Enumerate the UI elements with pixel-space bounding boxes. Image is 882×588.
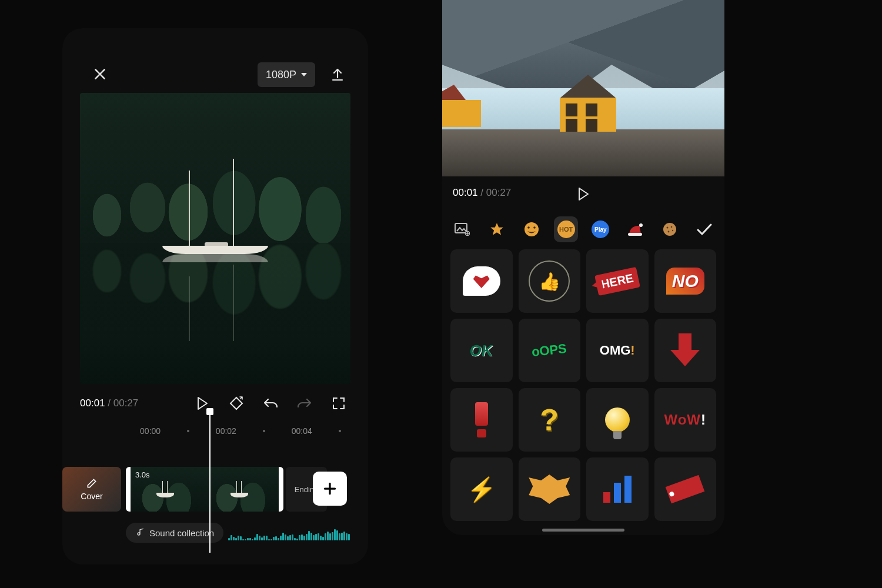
svg-point-9 bbox=[671, 226, 673, 228]
cookie-icon bbox=[662, 222, 677, 237]
sticker-bam-burst[interactable] bbox=[519, 457, 581, 521]
ruler-tick-0: 00:00 bbox=[140, 426, 161, 436]
svg-rect-5 bbox=[628, 233, 642, 236]
ruler-tick-2: 00:04 bbox=[292, 426, 312, 436]
timecode-total: 00:27 bbox=[113, 397, 139, 409]
svg-point-8 bbox=[666, 227, 668, 229]
sticker-price-tag[interactable] bbox=[654, 457, 717, 521]
category-play[interactable]: Play bbox=[589, 216, 613, 242]
sticker-wow[interactable]: WoW! bbox=[654, 388, 717, 452]
resolution-dropdown[interactable]: 1080P bbox=[258, 62, 315, 87]
category-emoji[interactable] bbox=[520, 216, 544, 242]
check-icon bbox=[696, 222, 713, 236]
svg-point-7 bbox=[663, 223, 676, 236]
undo-icon bbox=[262, 397, 279, 410]
sticker-nice-thumbs-up[interactable]: 👍 bbox=[519, 249, 581, 313]
star-icon bbox=[489, 222, 505, 237]
category-hot[interactable]: HOT bbox=[554, 216, 578, 242]
pencil-icon bbox=[86, 477, 98, 489]
timecode-right: 00:01 / 00:27 bbox=[453, 187, 511, 199]
fullscreen-icon bbox=[332, 396, 346, 410]
chevron-down-icon bbox=[301, 73, 307, 76]
category-favorites[interactable] bbox=[485, 216, 509, 242]
image-plus-icon bbox=[455, 223, 470, 236]
confirm-button[interactable] bbox=[692, 216, 716, 242]
undo-button[interactable] bbox=[259, 392, 282, 415]
svg-point-6 bbox=[639, 223, 643, 227]
santa-hat-icon bbox=[627, 222, 643, 236]
sticker-here-arrow[interactable]: HERE bbox=[586, 249, 649, 313]
preview-viewport-right[interactable] bbox=[442, 0, 724, 176]
grin-emoji-icon bbox=[523, 221, 540, 238]
music-note-icon bbox=[135, 528, 145, 537]
svg-point-2 bbox=[524, 222, 539, 236]
timeline-ruler[interactable]: 00:00 00:02 00:04 bbox=[80, 423, 350, 439]
svg-point-10 bbox=[667, 231, 669, 233]
redo-button[interactable] bbox=[293, 392, 316, 415]
keyframe-button[interactable] bbox=[225, 392, 248, 415]
waveform[interactable] bbox=[228, 523, 350, 543]
sticker-ok[interactable]: OK bbox=[450, 319, 513, 382]
cover-label: Cover bbox=[81, 492, 102, 501]
preview-sailboat bbox=[162, 239, 268, 254]
keyframe-icon bbox=[229, 396, 244, 411]
sticker-category-tabs: HOT Play bbox=[442, 213, 724, 246]
sticker-exclamation-red[interactable] bbox=[450, 388, 513, 452]
sticker-omg[interactable]: OMG! bbox=[586, 319, 649, 382]
export-button[interactable] bbox=[327, 62, 348, 87]
play-icon bbox=[577, 187, 590, 201]
close-icon bbox=[92, 66, 108, 82]
plus-icon bbox=[322, 481, 338, 496]
category-santa-hat[interactable] bbox=[623, 216, 647, 242]
add-clip-button[interactable] bbox=[313, 472, 347, 506]
sticker-question-yellow[interactable]: ? bbox=[519, 388, 581, 452]
home-indicator bbox=[542, 529, 624, 532]
sticker-red-down-arrow[interactable] bbox=[654, 319, 717, 382]
playhead[interactable] bbox=[209, 412, 211, 553]
timeline[interactable]: lip Cover 3.0s Ending Sound collection bbox=[62, 446, 368, 564]
fullscreen-button[interactable] bbox=[327, 392, 350, 415]
sticker-lightning-bolt[interactable]: ⚡ bbox=[450, 457, 513, 521]
resolution-value: 1080P bbox=[266, 69, 296, 81]
sticker-light-bulb[interactable] bbox=[586, 388, 649, 452]
category-cookie[interactable] bbox=[658, 216, 682, 242]
editor-screen: 1080P bbox=[62, 28, 368, 564]
redo-icon bbox=[296, 397, 313, 410]
sticker-heart-speech[interactable] bbox=[450, 249, 513, 313]
editor-topbar: 1080P bbox=[62, 28, 368, 93]
sticker-oops[interactable]: oOPS bbox=[519, 319, 581, 382]
preview-viewport[interactable] bbox=[80, 93, 350, 384]
preview-controls: 00:01 / 00:27 bbox=[80, 389, 350, 417]
play-badge-icon: Play bbox=[592, 220, 609, 238]
cover-clip[interactable]: Cover bbox=[62, 467, 121, 512]
video-clip[interactable]: 3.0s bbox=[126, 467, 283, 512]
play-button-right[interactable] bbox=[572, 182, 595, 206]
hot-badge-icon: HOT bbox=[557, 220, 575, 238]
svg-point-3 bbox=[527, 226, 530, 229]
svg-point-4 bbox=[533, 226, 536, 229]
ruler-tick-1: 00:02 bbox=[216, 426, 236, 436]
clip-duration: 3.0s bbox=[135, 470, 150, 479]
close-button[interactable] bbox=[88, 62, 112, 86]
export-icon bbox=[330, 67, 345, 82]
sticker-no[interactable]: NO bbox=[654, 249, 717, 313]
sound-collection-label: Sound collection bbox=[149, 528, 214, 538]
sticker-screen: 00:01 / 00:27 HOT Play bbox=[442, 0, 724, 535]
sticker-bar-chart-blue[interactable] bbox=[586, 457, 649, 521]
audio-track: Sound collection bbox=[126, 521, 350, 544]
category-add-image[interactable] bbox=[450, 216, 475, 242]
svg-point-11 bbox=[672, 230, 673, 231]
sticker-grid: 👍 HERE NO OK oOPS OMG! ? WoW! ⚡ bbox=[450, 249, 716, 527]
timecode: 00:01 / 00:27 bbox=[80, 397, 138, 409]
timecode-current: 00:01 bbox=[80, 397, 105, 409]
